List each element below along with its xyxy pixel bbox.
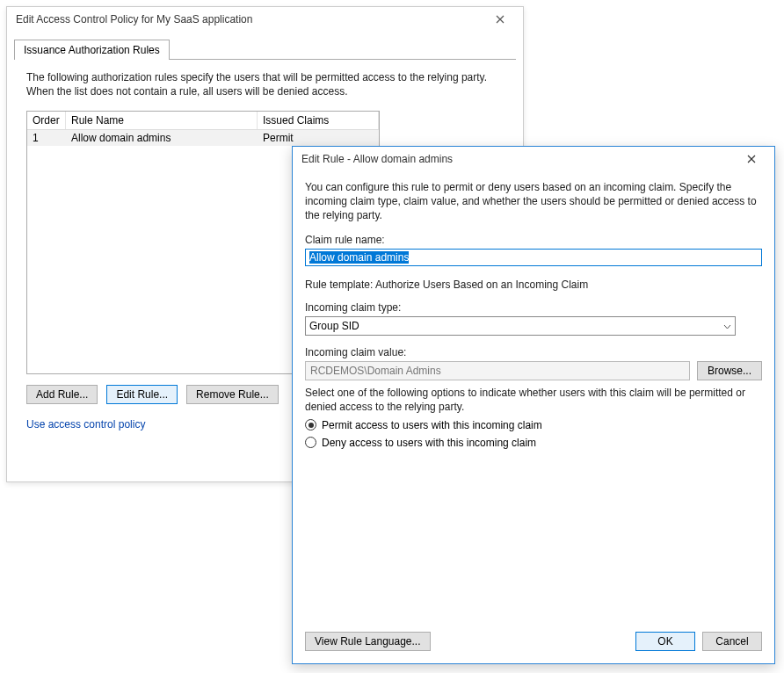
use-access-control-policy-link[interactable]: Use access control policy: [26, 418, 145, 431]
add-rule-button[interactable]: Add Rule...: [26, 385, 98, 404]
close-button[interactable]: [734, 148, 769, 170]
dialog-body: You can configure this rule to permit or…: [293, 171, 774, 663]
table-row[interactable]: 1 Allow domain admins Permit: [27, 130, 379, 146]
titlebar: Edit Access Control Policy for My SaaS a…: [7, 7, 523, 32]
claim-rule-name-label: Claim rule name:: [305, 234, 762, 246]
radio-deny-label: Deny access to users with this incoming …: [322, 437, 536, 449]
chevron-down-icon: [723, 320, 731, 332]
col-header-rule-name[interactable]: Rule Name: [66, 112, 258, 129]
titlebar: Edit Rule - Allow domain admins: [293, 147, 774, 171]
dialog-title: Edit Access Control Policy for My SaaS a…: [12, 13, 483, 25]
cell-order: 1: [27, 130, 66, 146]
tab-issuance-authorization-rules[interactable]: Issuance Authorization Rules: [14, 40, 170, 60]
incoming-claim-value-row: RCDEMOS\Domain Admins Browse...: [305, 361, 762, 380]
close-button[interactable]: [483, 9, 518, 30]
col-header-issued-claims[interactable]: Issued Claims: [258, 112, 379, 129]
radio-deny[interactable]: [305, 437, 316, 448]
incoming-claim-value-label: Incoming claim value:: [305, 346, 762, 358]
dialog-title: Edit Rule - Allow domain admins: [298, 153, 734, 165]
remove-rule-button[interactable]: Remove Rule...: [186, 385, 279, 404]
radio-permit-row[interactable]: Permit access to users with this incomin…: [305, 419, 762, 431]
col-header-order[interactable]: Order: [27, 112, 66, 129]
radio-permit[interactable]: [305, 419, 316, 431]
view-rule-language-button[interactable]: View Rule Language...: [305, 632, 431, 651]
ok-button[interactable]: OK: [635, 632, 695, 651]
incoming-claim-type-label: Incoming claim type:: [305, 301, 762, 314]
front-dialog-footer: View Rule Language... OK Cancel: [305, 632, 762, 651]
incoming-claim-value-input: RCDEMOS\Domain Admins: [305, 361, 690, 380]
intro-text: You can configure this rule to permit or…: [305, 180, 762, 223]
claim-rule-name-value: Allow domain admins: [309, 251, 409, 264]
incoming-claim-type-value: Group SID: [309, 320, 359, 332]
select-option-text: Select one of the following options to i…: [305, 386, 762, 414]
edit-rule-button[interactable]: Edit Rule...: [106, 385, 178, 404]
cell-rule-name: Allow domain admins: [66, 130, 258, 146]
edit-rule-dialog: Edit Rule - Allow domain admins You can …: [292, 146, 775, 664]
cell-issued-claims: Permit: [258, 130, 379, 146]
close-icon: [747, 155, 756, 163]
rule-template-text: Rule template: Authorize Users Based on …: [305, 279, 762, 291]
instructions-text: The following authorization rules specif…: [26, 70, 504, 98]
radio-deny-row[interactable]: Deny access to users with this incoming …: [305, 437, 762, 449]
browse-button[interactable]: Browse...: [697, 361, 762, 380]
cancel-button[interactable]: Cancel: [702, 632, 762, 651]
tabstrip: Issuance Authorization Rules: [14, 39, 516, 59]
close-icon: [496, 15, 505, 24]
incoming-claim-type-select[interactable]: Group SID: [305, 316, 736, 336]
grid-header: Order Rule Name Issued Claims: [27, 112, 379, 130]
claim-rule-name-input[interactable]: Allow domain admins: [305, 249, 762, 266]
radio-permit-label: Permit access to users with this incomin…: [322, 419, 542, 431]
